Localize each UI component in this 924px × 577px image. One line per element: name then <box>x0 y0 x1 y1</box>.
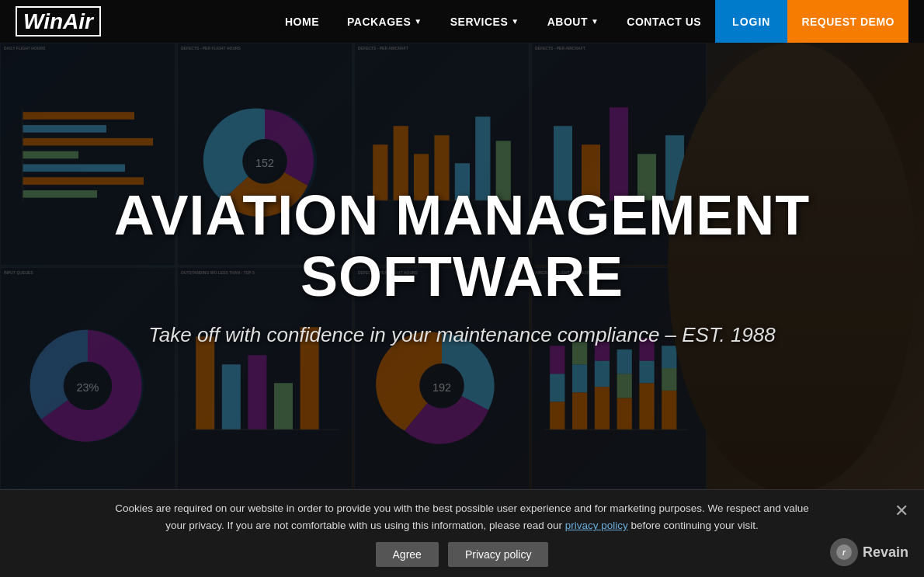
chevron-down-icon: ▼ <box>414 17 422 26</box>
revain-badge: r Revain <box>830 538 908 566</box>
revain-logo-icon: r <box>830 538 858 566</box>
privacy-policy-button[interactable]: Privacy policy <box>448 542 549 567</box>
navbar: WinAir HOME PACKAGES ▼ SERVICES ▼ ABOUT … <box>0 0 924 43</box>
nav-packages[interactable]: PACKAGES ▼ <box>333 0 436 43</box>
chevron-down-icon: ▼ <box>511 17 519 26</box>
hero-subtitle: Take off with confidence in your mainten… <box>148 323 775 347</box>
login-button[interactable]: LOGIN <box>715 0 787 43</box>
cookie-message: Cookies are required on our website in o… <box>113 500 811 534</box>
hero-section: DAILY FLIGHT HOURS DEFECTS - PER FLIGHT … <box>0 0 924 489</box>
logo-text: WinAir <box>16 6 101 36</box>
request-demo-button[interactable]: REQUEST DEMO <box>787 0 908 43</box>
revain-label: Revain <box>863 544 908 561</box>
privacy-policy-link[interactable]: privacy policy <box>565 520 628 531</box>
nav-home[interactable]: HOME <box>271 0 333 43</box>
nav-about[interactable]: ABOUT ▼ <box>533 0 613 43</box>
nav-services[interactable]: SERVICES ▼ <box>436 0 533 43</box>
chevron-down-icon: ▼ <box>591 17 599 26</box>
cookie-buttons: Agree Privacy policy <box>376 542 549 567</box>
logo[interactable]: WinAir <box>16 9 101 34</box>
hero-content: AVIATION MANAGEMENT SOFTWARE Take off wi… <box>0 43 924 489</box>
nav-contact[interactable]: CONTACT US <box>613 0 715 43</box>
agree-button[interactable]: Agree <box>376 542 439 567</box>
hero-title: AVIATION MANAGEMENT SOFTWARE <box>62 185 862 308</box>
close-cookie-button[interactable]: ✕ <box>894 501 908 521</box>
cookie-banner: Cookies are required on our website in o… <box>0 489 924 577</box>
nav-links: HOME PACKAGES ▼ SERVICES ▼ ABOUT ▼ CONTA… <box>271 0 908 43</box>
